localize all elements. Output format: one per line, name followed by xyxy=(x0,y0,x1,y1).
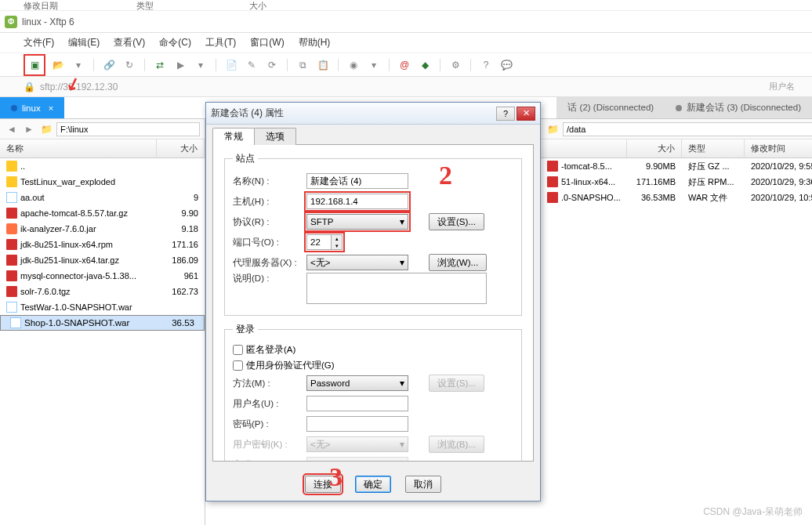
table-row[interactable]: apache-tomcat-8.5.57.tar.gz9.90 xyxy=(0,205,205,221)
port-spinner[interactable]: ▴▾ xyxy=(306,234,343,250)
description-textarea[interactable] xyxy=(306,273,487,304)
name-input[interactable] xyxy=(306,173,408,189)
table-row[interactable]: mysql-connector-java-5.1.38...961 xyxy=(0,268,205,284)
password-input[interactable] xyxy=(306,416,408,432)
username-input[interactable] xyxy=(306,396,408,411)
port-input[interactable] xyxy=(307,237,331,247)
session-tab-disconnected-3[interactable]: 新建会话 (3) (Disconnected) xyxy=(665,97,812,118)
table-row[interactable]: jdk-8u251-linux-x64.tar.gz186.09 xyxy=(0,252,205,268)
table-row[interactable]: jdk-8u251-linux-x64.rpm171.16 xyxy=(0,237,205,252)
col-mtime[interactable]: 修改时间 xyxy=(745,139,812,158)
setup-button[interactable]: 设置(S)... xyxy=(429,213,484,230)
swirl-icon[interactable]: @ xyxy=(397,57,412,73)
local-file-list[interactable]: ..TestLinux_war_explodedaa.out9apache-to… xyxy=(0,158,205,525)
connect-button[interactable]: 连接 xyxy=(305,476,341,493)
file-type-icon xyxy=(6,302,17,313)
menu-help[interactable]: 帮助(H) xyxy=(299,36,331,49)
newfile-icon[interactable]: 📄 xyxy=(223,57,239,73)
host-label: 主机(H) : xyxy=(233,196,300,208)
col-name[interactable] xyxy=(541,139,627,158)
table-row[interactable]: .. xyxy=(0,158,205,174)
tab-options[interactable]: 选项 xyxy=(254,128,296,145)
name-label: 名称(N) : xyxy=(233,176,300,187)
cancel-button[interactable]: 取消 xyxy=(405,476,441,493)
table-row[interactable]: .0-SNAPSHO...36.53MBWAR 文件2020/10/29, 10… xyxy=(541,190,812,205)
table-row[interactable]: TestLinux_war_exploded xyxy=(0,174,205,190)
close-icon[interactable]: × xyxy=(49,103,53,113)
refresh-icon[interactable]: ⟳ xyxy=(264,57,280,73)
table-row[interactable]: ik-analyzer-7.6.0.jar9.18 xyxy=(0,221,205,237)
dropdown3-icon[interactable]: ▾ xyxy=(366,57,382,73)
green-icon[interactable]: ◆ xyxy=(417,57,433,73)
dropdown2-icon[interactable]: ▾ xyxy=(193,57,208,73)
file-name: mysql-connector-java-5.1.38... xyxy=(20,271,136,281)
file-name: ik-analyzer-7.6.0.jar xyxy=(20,224,96,234)
copy-icon[interactable]: ⧉ xyxy=(295,57,310,73)
session-tab-label: linux xyxy=(22,103,41,113)
file-type-icon xyxy=(6,223,17,234)
table-row[interactable]: Shop-1.0-SNAPSHOT.war36.53 xyxy=(0,315,205,331)
back-icon[interactable]: ◄ xyxy=(5,122,19,136)
ok-button[interactable]: 确定 xyxy=(355,476,391,493)
table-row[interactable]: aa.out9 xyxy=(0,190,205,205)
site-fieldset: 站点 名称(N) : 主机(H) : 协议(R) : SFTP▾ 设置(S)..… xyxy=(224,153,522,316)
file-name: jdk-8u251-linux-x64.tar.gz xyxy=(20,255,119,265)
key-label: 用户密钥(K) : xyxy=(233,439,300,451)
file-size: 171.16MB xyxy=(627,177,682,186)
method-setup-button: 设置(S)... xyxy=(429,375,484,392)
browse-proxy-button[interactable]: 浏览(W)... xyxy=(429,254,487,271)
remote-file-list[interactable]: -tomcat-8.5...9.90MB好压 GZ ...2020/10/29,… xyxy=(541,158,812,525)
play-icon[interactable]: ▶ xyxy=(172,57,188,73)
menu-tools[interactable]: 工具(T) xyxy=(205,36,236,49)
table-row[interactable]: TestWar-1.0-SNAPSHOT.war xyxy=(0,299,205,315)
help-button[interactable]: ? xyxy=(496,107,515,121)
port-label: 端口号(O) : xyxy=(233,237,300,248)
agent-checkbox[interactable] xyxy=(233,360,243,371)
method-select[interactable]: Password▾ xyxy=(306,375,408,391)
chevron-down-icon: ▾ xyxy=(400,216,404,227)
host-input[interactable] xyxy=(306,194,408,209)
table-row[interactable]: solr-7.6.0.tgz162.73 xyxy=(0,284,205,299)
file-type-icon xyxy=(6,239,17,250)
remote-path-input[interactable] xyxy=(563,122,812,136)
file-name: 51-linux-x64... xyxy=(561,177,615,186)
col-type[interactable]: 类型 xyxy=(682,139,745,158)
local-path-input[interactable] xyxy=(56,122,200,136)
reconnect-icon[interactable]: ↻ xyxy=(121,57,137,73)
menu-command[interactable]: 命令(C) xyxy=(159,36,191,49)
file-name: .0-SNAPSHO... xyxy=(561,193,621,202)
table-row[interactable]: -tomcat-8.5...9.90MB好压 GZ ...2020/10/29,… xyxy=(541,158,812,174)
transfer-icon[interactable]: ⇄ xyxy=(152,57,168,73)
tab-general[interactable]: 常规 xyxy=(212,128,255,145)
open-icon[interactable]: 📂 xyxy=(50,57,66,73)
menu-view[interactable]: 查看(V) xyxy=(114,36,145,49)
col-size[interactable]: 大小 xyxy=(627,139,682,158)
login-legend: 登录 xyxy=(233,324,258,335)
help-icon[interactable]: ? xyxy=(478,57,494,73)
dropdown-icon[interactable]: ▾ xyxy=(71,57,86,73)
circle-icon[interactable]: ◉ xyxy=(346,57,361,73)
username-label: 用户名 xyxy=(769,81,795,92)
gear-icon[interactable]: ⚙ xyxy=(448,57,463,73)
protocol-select[interactable]: SFTP▾ xyxy=(306,214,408,230)
menu-window[interactable]: 窗口(W) xyxy=(250,36,284,49)
session-tab-disconnected-2[interactable]: 话 (2) (Disconnected) xyxy=(556,97,665,118)
method-label: 方法(M) : xyxy=(233,378,300,389)
address-bar: 🔒 sftp://32.192.12.30 用户名 xyxy=(0,77,812,97)
menu-file[interactable]: 文件(F) xyxy=(24,36,54,49)
link-icon[interactable]: 🔗 xyxy=(101,57,117,73)
file-name: .. xyxy=(20,161,25,171)
paste-icon[interactable]: 📋 xyxy=(315,57,331,73)
proxy-select[interactable]: <无>▾ xyxy=(306,255,408,270)
forward-icon[interactable]: ► xyxy=(22,122,36,136)
session-tab-active[interactable]: linux × xyxy=(0,97,64,118)
col-name[interactable]: 名称 xyxy=(0,139,157,158)
chat-icon[interactable]: 💬 xyxy=(498,57,514,73)
table-row[interactable]: 51-linux-x64...171.16MB好压 RPM...2020/10/… xyxy=(541,174,812,190)
edit-icon[interactable]: ✎ xyxy=(244,57,259,73)
menu-edit[interactable]: 编辑(E) xyxy=(68,36,100,49)
new-session-icon[interactable]: ▣ xyxy=(27,57,42,73)
col-size[interactable]: 大小 xyxy=(157,139,205,158)
close-button[interactable]: ✕ xyxy=(517,107,535,121)
anonymous-checkbox[interactable] xyxy=(233,345,243,355)
